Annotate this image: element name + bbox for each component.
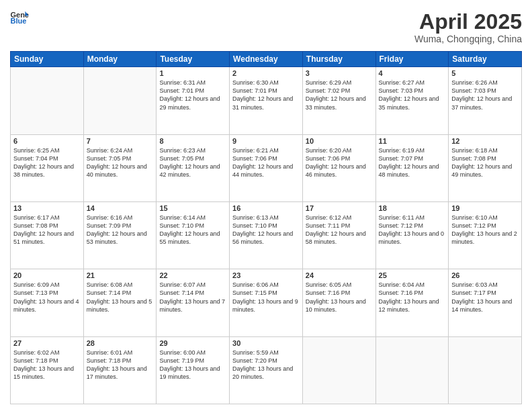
day-number: 7: [87, 137, 154, 145]
day-info: Sunrise: 6:19 AM Sunset: 7:07 PM Dayligh…: [379, 146, 446, 179]
table-row: 6Sunrise: 6:25 AM Sunset: 7:04 PM Daylig…: [11, 134, 84, 201]
logo-icon: General Blue: [10, 10, 29, 25]
day-number: 5: [451, 69, 519, 77]
day-number: 25: [379, 271, 446, 279]
day-number: 26: [451, 271, 519, 279]
table-row: 25Sunrise: 6:04 AM Sunset: 7:16 PM Dayli…: [375, 269, 449, 336]
table-row: 7Sunrise: 6:24 AM Sunset: 7:05 PM Daylig…: [83, 134, 157, 201]
table-row: 12Sunrise: 6:18 AM Sunset: 7:08 PM Dayli…: [449, 134, 522, 201]
header: General Blue April 2025 Wuma, Chongqing,…: [10, 10, 522, 44]
table-row: 5Sunrise: 6:26 AM Sunset: 7:03 PM Daylig…: [449, 67, 522, 134]
day-info: Sunrise: 6:27 AM Sunset: 7:03 PM Dayligh…: [379, 79, 446, 111]
day-number: 18: [379, 204, 446, 212]
day-info: Sunrise: 6:21 AM Sunset: 7:06 PM Dayligh…: [232, 146, 300, 179]
svg-text:Blue: Blue: [10, 17, 26, 25]
day-number: 17: [306, 204, 373, 212]
page: General Blue April 2025 Wuma, Chongqing,…: [0, 0, 532, 411]
day-number: 13: [13, 204, 81, 212]
day-info: Sunrise: 6:30 AM Sunset: 7:01 PM Dayligh…: [232, 79, 300, 111]
day-number: 30: [232, 339, 300, 347]
day-info: Sunrise: 6:17 AM Sunset: 7:08 PM Dayligh…: [13, 214, 81, 246]
day-number: 4: [379, 69, 446, 77]
day-number: 3: [306, 69, 373, 77]
day-number: 29: [159, 339, 226, 347]
day-number: 8: [159, 137, 226, 145]
day-info: Sunrise: 6:03 AM Sunset: 7:17 PM Dayligh…: [451, 281, 519, 314]
logo: General Blue: [10, 10, 29, 25]
day-number: 27: [13, 339, 81, 347]
table-row: [11, 67, 84, 134]
col-monday: Monday: [83, 52, 157, 67]
day-info: Sunrise: 6:25 AM Sunset: 7:04 PM Dayligh…: [13, 146, 81, 179]
calendar-week-row: 13Sunrise: 6:17 AM Sunset: 7:08 PM Dayli…: [11, 201, 522, 269]
table-row: 20Sunrise: 6:09 AM Sunset: 7:13 PM Dayli…: [11, 269, 84, 336]
day-info: Sunrise: 6:02 AM Sunset: 7:18 PM Dayligh…: [13, 349, 81, 381]
col-friday: Friday: [375, 52, 449, 67]
col-thursday: Thursday: [302, 52, 375, 67]
col-tuesday: Tuesday: [157, 52, 230, 67]
calendar-week-row: 1Sunrise: 6:31 AM Sunset: 7:01 PM Daylig…: [11, 67, 522, 134]
day-number: 10: [306, 137, 373, 145]
day-info: Sunrise: 6:23 AM Sunset: 7:05 PM Dayligh…: [159, 146, 226, 179]
day-number: 22: [159, 271, 226, 279]
day-info: Sunrise: 6:18 AM Sunset: 7:08 PM Dayligh…: [451, 146, 519, 179]
col-saturday: Saturday: [449, 52, 522, 67]
table-row: 11Sunrise: 6:19 AM Sunset: 7:07 PM Dayli…: [375, 134, 449, 201]
title-block: April 2025 Wuma, Chongqing, China: [414, 10, 522, 44]
day-info: Sunrise: 6:05 AM Sunset: 7:16 PM Dayligh…: [306, 281, 373, 314]
col-sunday: Sunday: [11, 52, 84, 67]
day-info: Sunrise: 6:09 AM Sunset: 7:13 PM Dayligh…: [13, 281, 81, 314]
day-number: 9: [232, 137, 300, 145]
day-info: Sunrise: 6:06 AM Sunset: 7:15 PM Dayligh…: [232, 281, 300, 314]
table-row: 9Sunrise: 6:21 AM Sunset: 7:06 PM Daylig…: [230, 134, 303, 201]
day-number: 14: [87, 204, 154, 212]
table-row: 15Sunrise: 6:14 AM Sunset: 7:10 PM Dayli…: [157, 201, 230, 269]
day-info: Sunrise: 6:11 AM Sunset: 7:12 PM Dayligh…: [379, 214, 446, 246]
table-row: 21Sunrise: 6:08 AM Sunset: 7:14 PM Dayli…: [83, 269, 157, 336]
table-row: 8Sunrise: 6:23 AM Sunset: 7:05 PM Daylig…: [157, 134, 230, 201]
table-row: 30Sunrise: 5:59 AM Sunset: 7:20 PM Dayli…: [230, 336, 303, 404]
day-info: Sunrise: 6:08 AM Sunset: 7:14 PM Dayligh…: [87, 281, 154, 314]
day-number: 23: [232, 271, 300, 279]
day-number: 28: [87, 339, 154, 347]
day-info: Sunrise: 6:14 AM Sunset: 7:10 PM Dayligh…: [159, 214, 226, 246]
calendar-header-row: Sunday Monday Tuesday Wednesday Thursday…: [11, 52, 522, 67]
day-number: 1: [159, 69, 226, 77]
col-wednesday: Wednesday: [230, 52, 303, 67]
table-row: 26Sunrise: 6:03 AM Sunset: 7:17 PM Dayli…: [449, 269, 522, 336]
table-row: 19Sunrise: 6:10 AM Sunset: 7:12 PM Dayli…: [449, 201, 522, 269]
table-row: [83, 67, 157, 134]
table-row: 22Sunrise: 6:07 AM Sunset: 7:14 PM Dayli…: [157, 269, 230, 336]
day-number: 16: [232, 204, 300, 212]
table-row: 23Sunrise: 6:06 AM Sunset: 7:15 PM Dayli…: [230, 269, 303, 336]
calendar-week-row: 20Sunrise: 6:09 AM Sunset: 7:13 PM Dayli…: [11, 269, 522, 336]
day-info: Sunrise: 6:10 AM Sunset: 7:12 PM Dayligh…: [451, 214, 519, 246]
day-info: Sunrise: 6:20 AM Sunset: 7:06 PM Dayligh…: [306, 146, 373, 179]
table-row: 13Sunrise: 6:17 AM Sunset: 7:08 PM Dayli…: [11, 201, 84, 269]
day-number: 2: [232, 69, 300, 77]
table-row: 24Sunrise: 6:05 AM Sunset: 7:16 PM Dayli…: [302, 269, 375, 336]
table-row: [449, 336, 522, 404]
table-row: 3Sunrise: 6:29 AM Sunset: 7:02 PM Daylig…: [302, 67, 375, 134]
day-info: Sunrise: 6:04 AM Sunset: 7:16 PM Dayligh…: [379, 281, 446, 314]
day-number: 15: [159, 204, 226, 212]
table-row: 16Sunrise: 6:13 AM Sunset: 7:10 PM Dayli…: [230, 201, 303, 269]
day-number: 12: [451, 137, 519, 145]
table-row: [302, 336, 375, 404]
day-info: Sunrise: 6:31 AM Sunset: 7:01 PM Dayligh…: [159, 79, 226, 111]
day-info: Sunrise: 6:26 AM Sunset: 7:03 PM Dayligh…: [451, 79, 519, 111]
calendar-week-row: 27Sunrise: 6:02 AM Sunset: 7:18 PM Dayli…: [11, 336, 522, 404]
day-number: 24: [306, 271, 373, 279]
table-row: 14Sunrise: 6:16 AM Sunset: 7:09 PM Dayli…: [83, 201, 157, 269]
day-info: Sunrise: 6:01 AM Sunset: 7:18 PM Dayligh…: [87, 349, 154, 381]
day-info: Sunrise: 6:00 AM Sunset: 7:19 PM Dayligh…: [159, 349, 226, 381]
day-number: 19: [451, 204, 519, 212]
day-info: Sunrise: 6:12 AM Sunset: 7:11 PM Dayligh…: [306, 214, 373, 246]
day-info: Sunrise: 5:59 AM Sunset: 7:20 PM Dayligh…: [232, 349, 300, 381]
day-number: 20: [13, 271, 81, 279]
table-row: 1Sunrise: 6:31 AM Sunset: 7:01 PM Daylig…: [157, 67, 230, 134]
day-info: Sunrise: 6:29 AM Sunset: 7:02 PM Dayligh…: [306, 79, 373, 111]
table-row: 4Sunrise: 6:27 AM Sunset: 7:03 PM Daylig…: [375, 67, 449, 134]
calendar-table: Sunday Monday Tuesday Wednesday Thursday…: [10, 51, 522, 404]
calendar-week-row: 6Sunrise: 6:25 AM Sunset: 7:04 PM Daylig…: [11, 134, 522, 201]
